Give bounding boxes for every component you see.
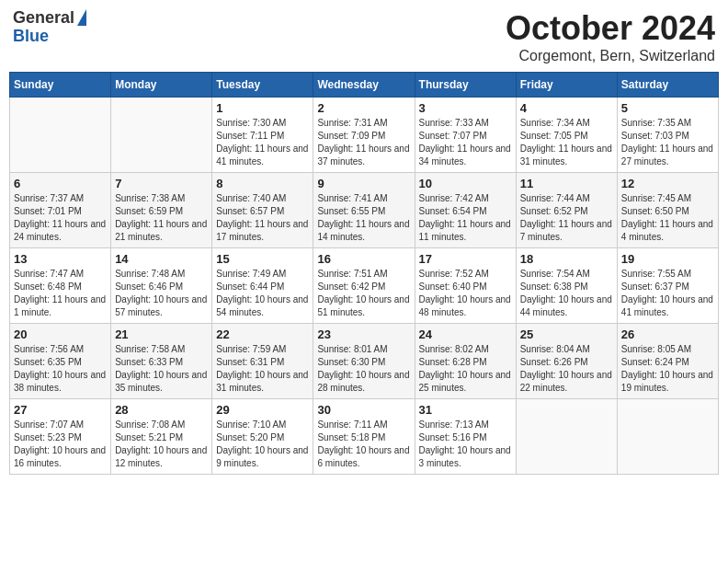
calendar-cell: 10Sunrise: 7:42 AM Sunset: 6:54 PM Dayli… — [415, 173, 516, 248]
day-info: Sunrise: 7:45 AM Sunset: 6:50 PM Dayligh… — [621, 192, 714, 244]
weekday-header-wednesday: Wednesday — [313, 73, 415, 98]
calendar-cell: 9Sunrise: 7:41 AM Sunset: 6:55 PM Daylig… — [313, 173, 415, 248]
calendar-cell: 3Sunrise: 7:33 AM Sunset: 7:07 PM Daylig… — [415, 98, 516, 173]
weekday-header-friday: Friday — [516, 73, 617, 98]
day-info: Sunrise: 8:04 AM Sunset: 6:26 PM Dayligh… — [520, 343, 613, 395]
logo-blue: Blue — [13, 28, 86, 46]
calendar-cell — [516, 399, 617, 475]
day-number: 13 — [14, 252, 107, 266]
calendar-cell: 20Sunrise: 7:56 AM Sunset: 6:35 PM Dayli… — [10, 324, 111, 399]
weekday-header-sunday: Sunday — [10, 73, 111, 98]
day-info: Sunrise: 8:05 AM Sunset: 6:24 PM Dayligh… — [621, 343, 714, 395]
day-number: 3 — [419, 101, 512, 115]
day-info: Sunrise: 7:38 AM Sunset: 6:59 PM Dayligh… — [115, 192, 208, 244]
calendar-table: SundayMondayTuesdayWednesdayThursdayFrid… — [9, 72, 719, 475]
calendar-cell: 4Sunrise: 7:34 AM Sunset: 7:05 PM Daylig… — [516, 98, 617, 173]
page-header: General Blue October 2024 Corgemont, Ber… — [9, 9, 719, 64]
location: Corgemont, Bern, Switzerland — [506, 48, 715, 64]
day-info: Sunrise: 7:35 AM Sunset: 7:03 PM Dayligh… — [621, 117, 714, 168]
calendar-cell: 2Sunrise: 7:31 AM Sunset: 7:09 PM Daylig… — [313, 98, 415, 173]
calendar-cell: 11Sunrise: 7:44 AM Sunset: 6:52 PM Dayli… — [516, 173, 617, 248]
day-info: Sunrise: 7:33 AM Sunset: 7:07 PM Dayligh… — [419, 117, 512, 168]
calendar-week-5: 27Sunrise: 7:07 AM Sunset: 5:23 PM Dayli… — [10, 399, 719, 475]
month-title: October 2024 — [506, 9, 715, 48]
calendar-cell: 8Sunrise: 7:40 AM Sunset: 6:57 PM Daylig… — [212, 173, 313, 248]
day-info: Sunrise: 7:54 AM Sunset: 6:38 PM Dayligh… — [520, 268, 613, 319]
calendar-cell: 6Sunrise: 7:37 AM Sunset: 7:01 PM Daylig… — [10, 173, 111, 248]
day-number: 29 — [216, 403, 309, 417]
day-number: 4 — [520, 101, 613, 115]
logo-general: General — [13, 9, 74, 28]
day-number: 30 — [317, 403, 410, 417]
weekday-header-saturday: Saturday — [617, 73, 718, 98]
weekday-header-tuesday: Tuesday — [212, 73, 313, 98]
day-number: 22 — [216, 327, 309, 341]
day-number: 24 — [419, 327, 512, 341]
day-number: 21 — [115, 327, 208, 341]
weekday-header-monday: Monday — [111, 73, 212, 98]
day-info: Sunrise: 7:11 AM Sunset: 5:18 PM Dayligh… — [317, 419, 410, 470]
calendar-cell: 22Sunrise: 7:59 AM Sunset: 6:31 PM Dayli… — [212, 324, 313, 399]
day-number: 15 — [216, 252, 309, 266]
day-number: 12 — [621, 177, 714, 190]
day-number: 2 — [317, 101, 410, 115]
calendar-cell: 15Sunrise: 7:49 AM Sunset: 6:44 PM Dayli… — [212, 248, 313, 324]
calendar-cell: 7Sunrise: 7:38 AM Sunset: 6:59 PM Daylig… — [111, 173, 212, 248]
title-section: October 2024 Corgemont, Bern, Switzerlan… — [506, 9, 715, 64]
day-number: 23 — [317, 327, 410, 341]
day-info: Sunrise: 7:31 AM Sunset: 7:09 PM Dayligh… — [317, 117, 410, 168]
calendar-cell: 27Sunrise: 7:07 AM Sunset: 5:23 PM Dayli… — [10, 399, 111, 475]
calendar-cell — [10, 98, 111, 173]
day-number: 11 — [520, 177, 613, 190]
calendar-cell: 5Sunrise: 7:35 AM Sunset: 7:03 PM Daylig… — [617, 98, 718, 173]
day-number: 5 — [621, 101, 714, 115]
day-info: Sunrise: 7:41 AM Sunset: 6:55 PM Dayligh… — [317, 192, 410, 244]
day-number: 1 — [216, 101, 309, 115]
calendar-cell: 13Sunrise: 7:47 AM Sunset: 6:48 PM Dayli… — [10, 248, 111, 324]
day-info: Sunrise: 7:40 AM Sunset: 6:57 PM Dayligh… — [216, 192, 309, 244]
calendar-cell: 14Sunrise: 7:48 AM Sunset: 6:46 PM Dayli… — [111, 248, 212, 324]
day-info: Sunrise: 7:34 AM Sunset: 7:05 PM Dayligh… — [520, 117, 613, 168]
calendar-cell: 21Sunrise: 7:58 AM Sunset: 6:33 PM Dayli… — [111, 324, 212, 399]
calendar-cell: 29Sunrise: 7:10 AM Sunset: 5:20 PM Dayli… — [212, 399, 313, 475]
day-info: Sunrise: 7:56 AM Sunset: 6:35 PM Dayligh… — [14, 343, 107, 395]
day-info: Sunrise: 7:51 AM Sunset: 6:42 PM Dayligh… — [317, 268, 410, 319]
calendar-cell: 16Sunrise: 7:51 AM Sunset: 6:42 PM Dayli… — [313, 248, 415, 324]
calendar-cell: 28Sunrise: 7:08 AM Sunset: 5:21 PM Dayli… — [111, 399, 212, 475]
calendar-header: SundayMondayTuesdayWednesdayThursdayFrid… — [10, 73, 719, 98]
day-info: Sunrise: 7:49 AM Sunset: 6:44 PM Dayligh… — [216, 268, 309, 319]
calendar-week-4: 20Sunrise: 7:56 AM Sunset: 6:35 PM Dayli… — [10, 324, 719, 399]
day-info: Sunrise: 7:59 AM Sunset: 6:31 PM Dayligh… — [216, 343, 309, 395]
day-info: Sunrise: 7:48 AM Sunset: 6:46 PM Dayligh… — [115, 268, 208, 319]
day-number: 7 — [115, 177, 208, 190]
calendar-cell: 31Sunrise: 7:13 AM Sunset: 5:16 PM Dayli… — [415, 399, 516, 475]
day-info: Sunrise: 7:30 AM Sunset: 7:11 PM Dayligh… — [216, 117, 309, 168]
day-number: 14 — [115, 252, 208, 266]
weekday-header-thursday: Thursday — [415, 73, 516, 98]
day-info: Sunrise: 7:47 AM Sunset: 6:48 PM Dayligh… — [14, 268, 107, 319]
day-number: 17 — [419, 252, 512, 266]
day-number: 18 — [520, 252, 613, 266]
day-info: Sunrise: 7:44 AM Sunset: 6:52 PM Dayligh… — [520, 192, 613, 244]
calendar-cell: 18Sunrise: 7:54 AM Sunset: 6:38 PM Dayli… — [516, 248, 617, 324]
day-info: Sunrise: 7:37 AM Sunset: 7:01 PM Dayligh… — [14, 192, 107, 244]
calendar-cell: 19Sunrise: 7:55 AM Sunset: 6:37 PM Dayli… — [617, 248, 718, 324]
day-number: 20 — [14, 327, 107, 341]
day-number: 6 — [14, 177, 107, 190]
calendar-cell — [617, 399, 718, 475]
day-number: 27 — [14, 403, 107, 417]
day-number: 8 — [216, 177, 309, 190]
calendar-cell: 23Sunrise: 8:01 AM Sunset: 6:30 PM Dayli… — [313, 324, 415, 399]
day-info: Sunrise: 7:08 AM Sunset: 5:21 PM Dayligh… — [115, 419, 208, 470]
calendar-week-1: 1Sunrise: 7:30 AM Sunset: 7:11 PM Daylig… — [10, 98, 719, 173]
day-number: 9 — [317, 177, 410, 190]
day-info: Sunrise: 7:10 AM Sunset: 5:20 PM Dayligh… — [216, 419, 309, 470]
day-info: Sunrise: 8:02 AM Sunset: 6:28 PM Dayligh… — [419, 343, 512, 395]
day-info: Sunrise: 7:55 AM Sunset: 6:37 PM Dayligh… — [621, 268, 714, 319]
day-info: Sunrise: 7:52 AM Sunset: 6:40 PM Dayligh… — [419, 268, 512, 319]
calendar-cell — [111, 98, 212, 173]
calendar-cell: 17Sunrise: 7:52 AM Sunset: 6:40 PM Dayli… — [415, 248, 516, 324]
day-number: 25 — [520, 327, 613, 341]
calendar-cell: 30Sunrise: 7:11 AM Sunset: 5:18 PM Dayli… — [313, 399, 415, 475]
day-number: 19 — [621, 252, 714, 266]
